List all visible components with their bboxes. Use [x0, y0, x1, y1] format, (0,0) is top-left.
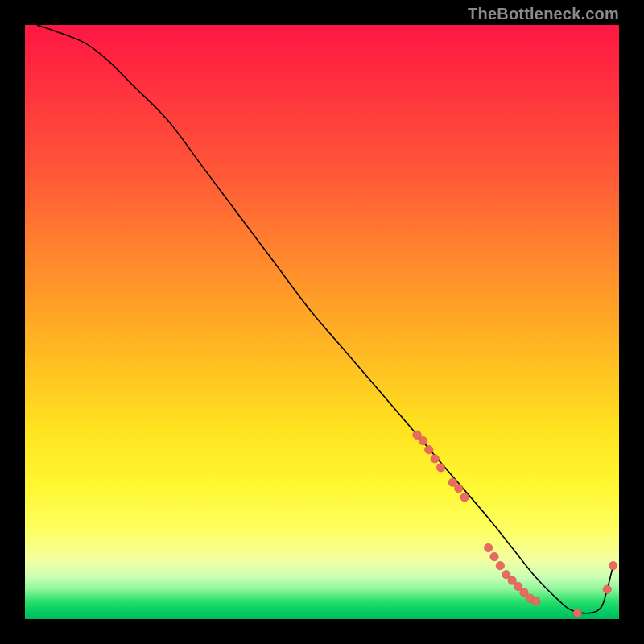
watermark-text: TheBottleneck.com: [468, 5, 619, 23]
data-point: [484, 543, 492, 551]
data-point: [603, 585, 611, 593]
chart-points: [413, 431, 617, 617]
data-point: [419, 436, 427, 444]
chart-curve: [37, 25, 613, 613]
data-point: [460, 493, 469, 502]
data-point: [431, 455, 439, 463]
data-point: [455, 484, 463, 492]
data-point: [425, 445, 433, 453]
data-point: [490, 552, 498, 560]
data-point: [496, 561, 504, 569]
data-point: [436, 464, 444, 472]
data-point: [531, 597, 539, 605]
chart-overlay: [25, 25, 619, 619]
data-point: [609, 561, 617, 569]
data-point: [573, 609, 581, 617]
